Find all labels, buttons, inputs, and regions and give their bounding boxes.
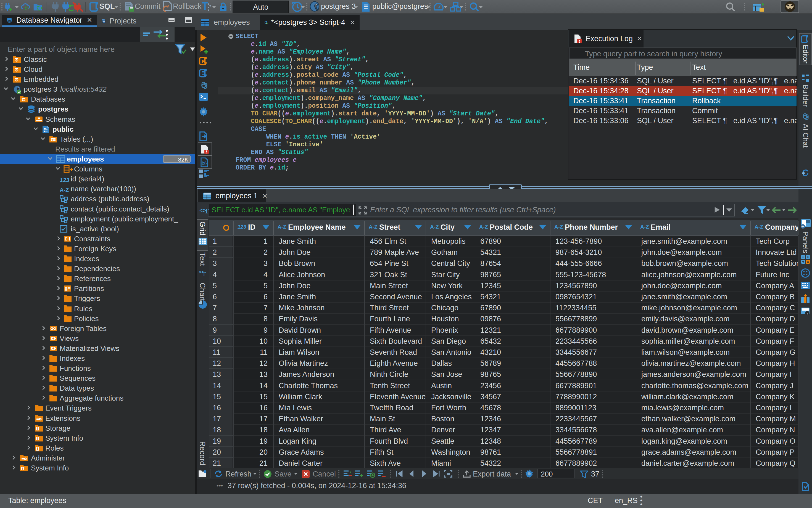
svg-text:i: i xyxy=(22,466,23,470)
svg-text:i: i xyxy=(37,427,38,431)
svg-text:{x}: {x} xyxy=(202,161,207,165)
svg-text:i: i xyxy=(37,436,38,440)
